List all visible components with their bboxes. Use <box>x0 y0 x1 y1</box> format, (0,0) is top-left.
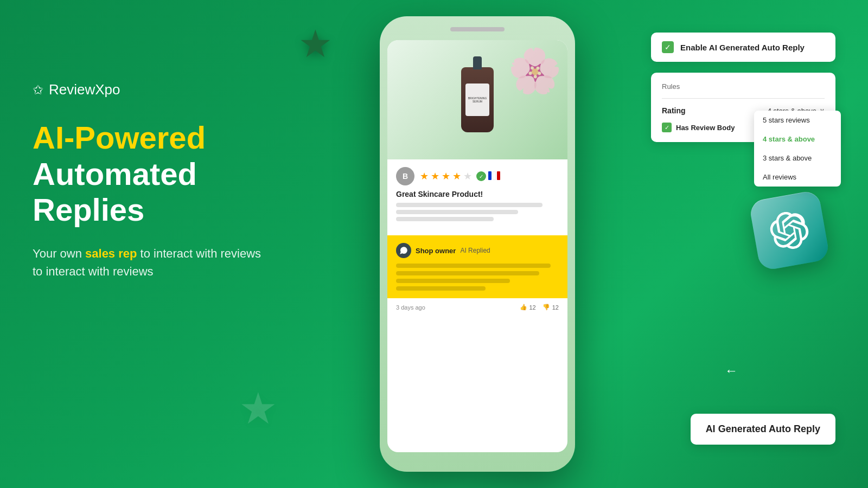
reply-line-1 <box>396 264 551 268</box>
dropdown-item-all[interactable]: All reviews <box>754 168 841 187</box>
review-line-2 <box>396 210 518 214</box>
enable-label: Enable AI Generated Auto Reply <box>680 43 805 52</box>
phone-frame: 🌸 BRIGHTENING SERUM B ★ ★ ★ ★ ★ <box>380 16 575 472</box>
subtext-highlight: sales rep <box>85 247 137 260</box>
rules-divider <box>662 98 825 99</box>
phone-container: 🌸 BRIGHTENING SERUM B ★ ★ ★ ★ ★ <box>380 16 575 472</box>
deco-star-top: ★ <box>298 22 333 66</box>
rules-title: Rules <box>662 82 825 91</box>
star-3: ★ <box>442 170 450 182</box>
ai-icon-container <box>754 195 825 266</box>
star-2: ★ <box>431 170 439 182</box>
headline: AI-Powered Automated Replies <box>33 120 304 228</box>
review-line-1 <box>396 203 542 207</box>
star-1: ★ <box>420 170 429 182</box>
dropdown-item-4stars[interactable]: 4 stars & above <box>754 130 841 149</box>
subtext-line2: to interact with reviews <box>33 265 154 278</box>
review-actions: 👍 12 👎 12 <box>520 304 559 311</box>
flag-blue <box>488 171 492 180</box>
review-title: Great Skincare Product! <box>396 190 559 198</box>
reply-avatar <box>396 243 411 258</box>
enable-card[interactable]: ✓ Enable AI Generated Auto Reply <box>651 33 835 62</box>
dropdown-item-5stars[interactable]: 5 stars reviews <box>754 111 841 130</box>
rating-label: Rating <box>662 106 686 115</box>
reviewer-avatar: B <box>396 167 414 185</box>
phone-content: 🌸 BRIGHTENING SERUM B ★ ★ ★ ★ ★ <box>387 40 567 452</box>
review-badges: ✓ <box>476 171 500 181</box>
product-label: BRIGHTENING SERUM <box>465 84 489 116</box>
reply-owner-label: Shop owner <box>416 247 456 255</box>
reply-ai-tag: AI Replied <box>460 247 490 254</box>
review-date: 3 days ago <box>396 304 425 311</box>
flag-white <box>493 171 496 180</box>
stars-row: ★ ★ ★ ★ ★ ✓ <box>420 170 500 182</box>
product-bottle: BRIGHTENING SERUM <box>461 67 494 132</box>
ai-reply-card: AI Generated Auto Reply <box>691 414 835 445</box>
subtext-suffix: to interact with reviews <box>137 247 261 260</box>
arrow-left-icon: → <box>725 364 738 380</box>
reply-line-3 <box>396 279 510 283</box>
reply-line-4 <box>396 286 486 291</box>
reply-lines <box>396 264 559 291</box>
reply-box: Shop owner AI Replied <box>387 235 567 298</box>
like-action[interactable]: 👍 12 <box>520 304 536 311</box>
enable-checkbox[interactable]: ✓ <box>662 41 674 53</box>
left-section: ✩ ReviewXpo AI-Powered Automated Replies… <box>33 81 304 280</box>
logo-name: ReviewXpo <box>49 81 120 98</box>
rules-card: Rules Rating 4 stars & above ∨ ✓ Has Rev… <box>651 73 835 142</box>
reply-header: Shop owner AI Replied <box>396 243 559 258</box>
logo: ✩ ReviewXpo <box>33 81 304 98</box>
logo-star-icon: ✩ <box>33 82 43 98</box>
thumbs-down-icon: 👎 <box>542 304 550 311</box>
subtext: Your own sales rep to interact with revi… <box>33 245 304 280</box>
flower-decoration: 🌸 <box>508 46 562 97</box>
reply-line-2 <box>396 271 539 275</box>
dislike-count: 12 <box>552 304 559 311</box>
review-footer: 3 days ago 👍 12 👎 12 <box>387 298 567 316</box>
verified-badge: ✓ <box>476 171 486 181</box>
subtext-prefix: Your own <box>33 247 85 260</box>
phone-notch <box>450 27 505 31</box>
ai-icon-box <box>749 190 831 272</box>
review-section: B ★ ★ ★ ★ ★ ✓ <box>387 159 567 235</box>
flag-red <box>497 171 500 180</box>
openai-logo-icon <box>767 208 811 252</box>
has-review-label: Has Review Body <box>676 124 735 132</box>
thumbs-up-icon: 👍 <box>520 304 527 311</box>
like-count: 12 <box>529 304 536 311</box>
headline-highlight: AI-Powered <box>33 120 206 155</box>
product-image: 🌸 BRIGHTENING SERUM <box>387 40 567 159</box>
dropdown-item-3stars[interactable]: 3 stars & above <box>754 149 841 168</box>
star-5: ★ <box>463 170 472 182</box>
star-4: ★ <box>452 170 461 182</box>
review-lines <box>396 203 559 221</box>
right-panel: ✓ Enable AI Generated Auto Reply Rules R… <box>651 33 835 151</box>
flag-badge <box>488 171 500 181</box>
reviewer-row: B ★ ★ ★ ★ ★ ✓ <box>396 167 559 185</box>
has-review-checkbox[interactable]: ✓ <box>662 123 672 132</box>
ai-reply-label: AI Generated Auto Reply <box>706 423 820 434</box>
dislike-action[interactable]: 👎 12 <box>542 304 559 311</box>
headline-main: Automated Replies <box>33 156 197 228</box>
dropdown-menu: 5 stars reviews 4 stars & above 3 stars … <box>754 111 841 187</box>
review-line-3 <box>396 217 494 221</box>
deco-star-bottom: ★ <box>239 383 278 434</box>
